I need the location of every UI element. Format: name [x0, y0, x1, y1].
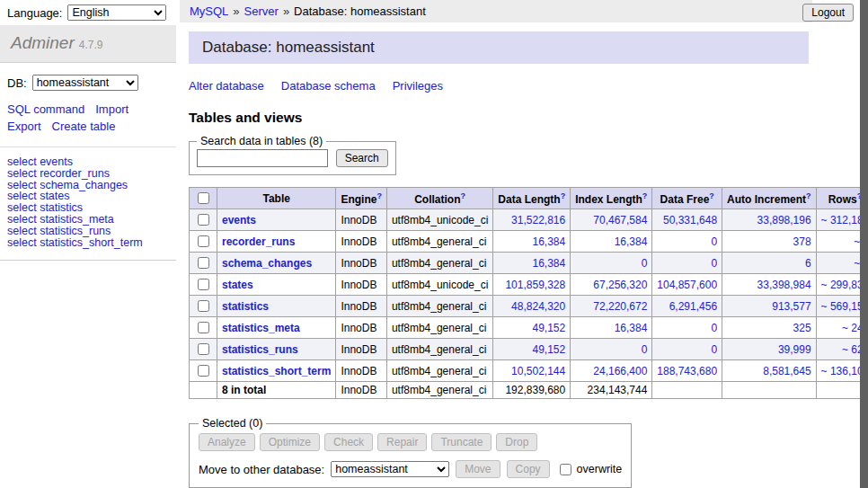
sidebar-item-select-recorder-runs[interactable]: select recorder_runs [7, 168, 169, 180]
row-select-checkbox[interactable] [198, 322, 209, 333]
select-all-checkbox[interactable] [198, 192, 209, 204]
help-link[interactable]: ? [709, 191, 714, 200]
data-free-link[interactable]: 188,743,680 [657, 365, 717, 377]
table-row: statistics_meta InnoDB utf8mb4_general_c… [190, 317, 868, 339]
export-link[interactable]: Export [7, 120, 41, 133]
row-select-checkbox[interactable] [198, 343, 209, 355]
help-link[interactable]: ? [461, 191, 466, 200]
breadcrumb-server-link[interactable]: Server [244, 4, 279, 18]
total-index-length-cell: 234,143,744 [571, 382, 652, 399]
alter-database-link[interactable]: Alter database [189, 79, 264, 93]
privileges-link[interactable]: Privileges [393, 79, 443, 93]
index-length-link[interactable]: 70,467,584 [593, 214, 647, 226]
vertical-scrollbar[interactable] [860, 0, 868, 488]
collation-cell: utf8mb4_unicode_ci [386, 209, 492, 231]
auto-increment-link[interactable]: 39,999 [778, 343, 811, 356]
breadcrumb-current: Database: homeassistant [294, 4, 426, 18]
index-length-link[interactable]: 0 [642, 343, 648, 356]
data-free-link[interactable]: 104,857,600 [657, 279, 717, 291]
help-link[interactable]: ? [642, 191, 648, 200]
language-select[interactable]: English [67, 4, 166, 21]
data-length-link[interactable]: 16,384 [532, 235, 565, 248]
app-version: 4.7.9 [79, 39, 103, 51]
truncate-button[interactable]: Truncate [431, 433, 492, 451]
data-length-link[interactable]: 48,824,320 [511, 300, 565, 313]
search-button[interactable]: Search [336, 149, 388, 167]
scrollbar-thumb[interactable] [860, 0, 868, 488]
breadcrumb-mysql-link[interactable]: MySQL [190, 4, 228, 18]
index-length-link[interactable]: 24,166,400 [593, 365, 647, 377]
sidebar-item-select-statistics-short-term[interactable]: select statistics_short_term [7, 237, 169, 249]
index-length-link[interactable]: 72,220,672 [593, 300, 647, 313]
total-engine-cell: InnoDB [336, 382, 387, 399]
repair-button[interactable]: Repair [377, 433, 427, 451]
auto-increment-link[interactable]: 6 [805, 257, 811, 270]
overwrite-checkbox[interactable] [560, 464, 571, 475]
index-length-link[interactable]: 0 [642, 257, 648, 270]
check-button[interactable]: Check [324, 433, 373, 451]
collation-cell: utf8mb4_unicode_ci [386, 274, 492, 296]
main-content: Database: homeassistant Alter database D… [189, 22, 818, 488]
table-name-link[interactable]: schema_changes [222, 257, 312, 270]
create-table-link[interactable]: Create table [52, 120, 116, 133]
index-length-link[interactable]: 16,384 [615, 322, 648, 334]
table-name-link[interactable]: statistics [222, 300, 269, 313]
logout-button[interactable]: Logout [802, 4, 854, 22]
index-length-link[interactable]: 16,384 [615, 235, 648, 248]
optimize-button[interactable]: Optimize [260, 433, 320, 451]
move-db-select[interactable]: homeassistant [331, 461, 449, 477]
data-free-link[interactable]: 0 [711, 322, 717, 334]
data-length-link[interactable]: 31,522,816 [511, 214, 565, 226]
index-length-link[interactable]: 67,256,320 [593, 279, 647, 291]
auto-increment-link[interactable]: 378 [793, 235, 811, 248]
db-select[interactable]: homeassistant [32, 75, 138, 91]
copy-button[interactable]: Copy [507, 460, 550, 478]
row-select-checkbox[interactable] [198, 365, 209, 377]
search-fieldset: Search data in tables (8) Search [189, 135, 396, 175]
table-name-link[interactable]: statistics_short_term [222, 365, 331, 377]
data-length-link[interactable]: 101,859,328 [505, 279, 565, 291]
analyze-button[interactable]: Analyze [199, 433, 255, 451]
data-free-link[interactable]: 0 [711, 257, 717, 270]
auto-increment-link[interactable]: 33,898,196 [757, 214, 811, 226]
collation-cell: utf8mb4_general_ci [386, 360, 492, 382]
data-free-link[interactable]: 50,331,648 [663, 214, 717, 226]
move-row: Move to other database: homeassistant Mo… [199, 460, 622, 478]
row-select-checkbox[interactable] [198, 257, 209, 269]
move-button[interactable]: Move [456, 460, 500, 478]
import-link[interactable]: Import [95, 102, 128, 116]
data-length-link[interactable]: 10,502,144 [511, 365, 565, 377]
data-length-link[interactable]: 16,384 [532, 257, 565, 270]
data-free-link[interactable]: 0 [711, 343, 717, 356]
table-name-link[interactable]: recorder_runs [222, 235, 295, 248]
breadcrumb-separator: » [283, 4, 289, 18]
drop-button[interactable]: Drop [496, 433, 537, 451]
row-select-checkbox[interactable] [198, 214, 209, 226]
auto-increment-link[interactable]: 913,577 [772, 300, 810, 313]
row-select-checkbox[interactable] [198, 235, 209, 247]
help-link[interactable]: ? [376, 191, 382, 200]
help-link[interactable]: ? [806, 191, 811, 200]
table-name-link[interactable]: statistics_runs [222, 343, 298, 356]
data-length-link[interactable]: 49,152 [532, 322, 565, 334]
row-select-checkbox[interactable] [198, 300, 209, 312]
table-name-link[interactable]: states [222, 279, 253, 291]
table-row: statistics InnoDB utf8mb4_general_ci 48,… [190, 296, 868, 317]
auto-increment-link[interactable]: 325 [793, 322, 811, 334]
row-select-checkbox[interactable] [198, 279, 209, 290]
data-free-link[interactable]: 0 [711, 235, 717, 248]
adminer-logo-link[interactable]: Adminer [11, 33, 75, 52]
help-link[interactable]: ? [561, 191, 566, 200]
database-schema-link[interactable]: Database schema [281, 79, 376, 93]
data-length-link[interactable]: 49,152 [532, 343, 565, 356]
data-free-link[interactable]: 6,291,456 [669, 300, 717, 313]
sql-command-link[interactable]: SQL command [7, 102, 84, 116]
sidebar-tables-list: select events select recorder_runs selec… [0, 147, 176, 261]
table-name-link[interactable]: statistics_meta [222, 322, 300, 334]
sidebar: Adminer4.7.9 DB: homeassistant SQL comma… [0, 25, 176, 261]
auto-increment-link[interactable]: 33,398,984 [757, 279, 811, 291]
auto-increment-link[interactable]: 8,581,645 [763, 365, 810, 377]
table-name-link[interactable]: events [222, 214, 256, 226]
search-input[interactable] [197, 149, 328, 167]
sidebar-item-select-events[interactable]: select events [7, 156, 169, 168]
